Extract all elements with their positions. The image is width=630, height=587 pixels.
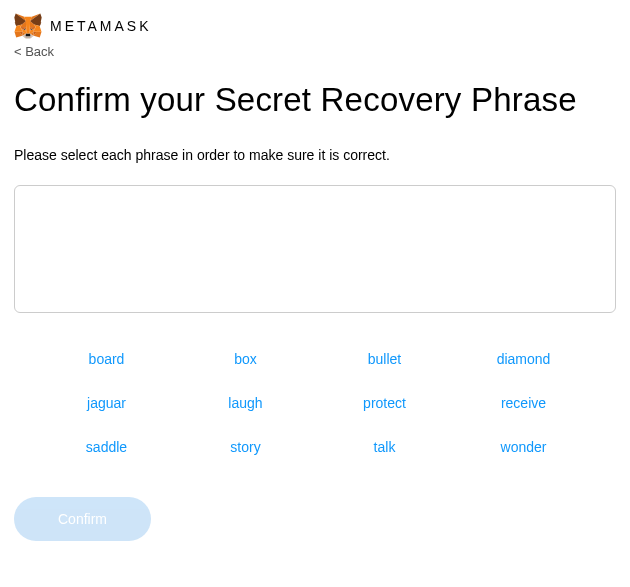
word-chip[interactable]: wonder [459, 439, 588, 455]
word-chip[interactable]: receive [459, 395, 588, 411]
word-chip[interactable]: laugh [181, 395, 310, 411]
word-grid: board box bullet diamond jaguar laugh pr… [14, 351, 616, 455]
word-chip[interactable]: story [181, 439, 310, 455]
selected-phrase-box[interactable] [14, 185, 616, 313]
instruction-text: Please select each phrase in order to ma… [14, 147, 616, 163]
metamask-fox-icon [14, 12, 42, 40]
page-title: Confirm your Secret Recovery Phrase [14, 81, 616, 119]
word-chip[interactable]: jaguar [42, 395, 171, 411]
word-chip[interactable]: box [181, 351, 310, 367]
word-chip[interactable]: talk [320, 439, 449, 455]
word-chip[interactable]: bullet [320, 351, 449, 367]
word-chip[interactable]: board [42, 351, 171, 367]
confirm-button[interactable]: Confirm [14, 497, 151, 541]
word-chip[interactable]: saddle [42, 439, 171, 455]
word-chip[interactable]: diamond [459, 351, 588, 367]
word-chip[interactable]: protect [320, 395, 449, 411]
app-header: METAMASK [14, 12, 616, 40]
svg-marker-23 [26, 33, 31, 36]
back-link[interactable]: < Back [14, 44, 54, 59]
brand-name: METAMASK [50, 18, 152, 34]
